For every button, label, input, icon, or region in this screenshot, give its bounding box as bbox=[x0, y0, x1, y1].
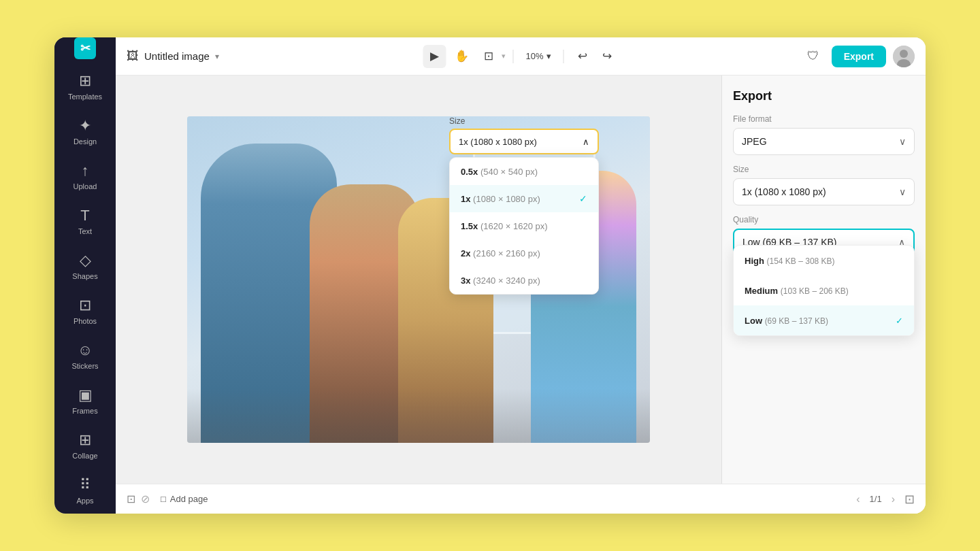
size-option-1x[interactable]: 1x (1080 × 1080 px) ✓ bbox=[450, 185, 598, 212]
sidebar: ✂ ⊞ Templates ✦ Design ↑ Upload T Text ◇… bbox=[54, 37, 116, 514]
sidebar-item-design[interactable]: ✦ Design bbox=[58, 110, 112, 153]
upload-icon: ↑ bbox=[82, 162, 89, 180]
quality-option-low[interactable]: Low (69 KB – 137 KB) ✓ bbox=[734, 305, 914, 335]
sidebar-item-photos[interactable]: ⊡ Photos bbox=[58, 289, 112, 333]
undo-redo-group: ↩ ↪ bbox=[571, 45, 619, 68]
quality-section: Quality Low (69 KB – 137 KB) ∧ High (154… bbox=[733, 215, 915, 256]
file-format-select[interactable]: JPEG ∨ bbox=[733, 128, 915, 155]
size-canvas-label: Size bbox=[449, 116, 599, 126]
svg-point-1 bbox=[900, 50, 908, 58]
size-option-label-1.5x: 1.5x (1620 × 1620 px) bbox=[461, 221, 548, 231]
size-current-value: 1x (1080 x 1080 px) bbox=[459, 137, 537, 147]
sidebar-item-collage[interactable]: ⊞ Collage bbox=[58, 424, 112, 467]
sidebar-label-apps: Apps bbox=[76, 497, 93, 505]
size-detail-2x: (2160 × 2160 px) bbox=[473, 248, 540, 258]
logo-icon: ✂ bbox=[74, 37, 96, 59]
size-detail-1.5x: (1620 × 1620 px) bbox=[480, 221, 548, 231]
quality-option-high[interactable]: High (154 KB – 308 KB) bbox=[734, 246, 914, 276]
file-format-label: File format bbox=[733, 114, 915, 124]
sidebar-label-upload: Upload bbox=[74, 182, 97, 190]
quality-low-detail: (69 KB – 137 KB) bbox=[765, 316, 828, 326]
frame-tool-caret: ▾ bbox=[502, 52, 506, 61]
sidebar-logo[interactable]: ✂ bbox=[54, 37, 116, 59]
sidebar-items: ⊞ Templates ✦ Design ↑ Upload T Text ◇ S… bbox=[54, 59, 116, 514]
sidebar-label-shapes: Shapes bbox=[72, 272, 97, 280]
size-detail-0.5x: (540 × 540 px) bbox=[480, 167, 538, 177]
sidebar-item-text[interactable]: T Text bbox=[58, 199, 112, 243]
tool-divider bbox=[512, 50, 513, 63]
size-select-trigger[interactable]: 1x (1080 x 1080 px) ∧ bbox=[449, 129, 599, 154]
panel-size-caret: ∨ bbox=[899, 186, 906, 197]
prev-page-button[interactable]: ‹ bbox=[852, 492, 864, 507]
size-option-label-1x: 1x (1080 × 1080 px) bbox=[461, 194, 540, 204]
quality-low-label: Low (69 KB – 137 KB) bbox=[745, 316, 828, 326]
select-tool-button[interactable]: ▶ bbox=[423, 45, 446, 68]
hand-tool-button[interactable]: ✋ bbox=[450, 45, 473, 68]
size-option-3x[interactable]: 3x (3240 × 3240 px) bbox=[450, 267, 598, 294]
apps-icon: ⠿ bbox=[80, 476, 91, 494]
stickers-icon: ☺ bbox=[78, 341, 93, 359]
sidebar-item-upload[interactable]: ↑ Upload bbox=[58, 154, 112, 198]
file-format-caret: ∨ bbox=[899, 136, 906, 147]
quality-medium-detail: (103 KB – 206 KB) bbox=[781, 286, 849, 296]
sidebar-label-frames: Frames bbox=[72, 407, 97, 415]
size-check-1x: ✓ bbox=[579, 193, 587, 204]
export-panel-title: Export bbox=[733, 89, 915, 103]
collage-icon: ⊞ bbox=[79, 431, 91, 449]
panel-size-label: Size bbox=[733, 165, 915, 174]
quality-medium-label: Medium (103 KB – 206 KB) bbox=[745, 286, 849, 296]
main-area: 🖼 Untitled image ▾ ▶ ✋ ⊡ ▾ 10% ▾ ↩ bbox=[116, 37, 926, 514]
redo-button[interactable]: ↪ bbox=[595, 45, 619, 68]
quality-check-low: ✓ bbox=[896, 316, 903, 326]
document-title-caret[interactable]: ▾ bbox=[215, 52, 219, 61]
sidebar-item-stickers[interactable]: ☺ Stickers bbox=[58, 334, 112, 378]
export-button[interactable]: Export bbox=[832, 46, 886, 67]
size-option-label-2x: 2x (2160 × 2160 px) bbox=[461, 248, 540, 258]
panel-size-select[interactable]: 1x (1080 x 1080 px) ∨ bbox=[733, 178, 915, 205]
bottom-bar: ⊡ ⊘ □ Add page ‹ 1/1 › ⊡ bbox=[116, 484, 926, 514]
topbar-right: 🛡 Export bbox=[802, 45, 915, 68]
zoom-caret: ▾ bbox=[546, 51, 551, 61]
print-icon[interactable]: ⊡ bbox=[904, 492, 915, 507]
quality-option-medium[interactable]: Medium (103 KB – 206 KB) bbox=[734, 276, 914, 305]
panel-size-value: 1x (1080 x 1080 px) bbox=[742, 186, 826, 197]
size-option-0.5x[interactable]: 0.5x (540 × 540 px) bbox=[450, 158, 598, 185]
quality-high-detail: (154 KB – 308 KB) bbox=[767, 256, 835, 266]
zoom-value: 10% bbox=[525, 51, 543, 61]
copy-page-icon: ⊡ bbox=[127, 492, 135, 505]
next-page-button[interactable]: › bbox=[887, 492, 899, 507]
photos-icon: ⊡ bbox=[79, 297, 91, 314]
avatar-icon bbox=[893, 46, 915, 67]
size-detail-1x: (1080 × 1080 px) bbox=[473, 194, 540, 204]
add-page-label: Add page bbox=[170, 494, 208, 504]
add-page-button[interactable]: □ Add page bbox=[155, 491, 214, 507]
zoom-control[interactable]: 10% ▾ bbox=[520, 48, 556, 64]
size-dropdown-list: 0.5x (540 × 540 px) 1x (1080 × 1080 px) … bbox=[449, 157, 599, 295]
export-panel: Export File format JPEG ∨ Size 1x (1080 … bbox=[721, 76, 926, 484]
sidebar-label-photos: Photos bbox=[74, 317, 97, 325]
tool-divider-2 bbox=[564, 50, 564, 63]
file-format-value: JPEG bbox=[742, 136, 767, 147]
sidebar-item-shapes[interactable]: ◇ Shapes bbox=[58, 244, 112, 288]
user-avatar[interactable] bbox=[893, 46, 915, 67]
sidebar-label-text: Text bbox=[78, 227, 92, 235]
page-indicator: 1/1 bbox=[870, 494, 882, 504]
size-option-2x[interactable]: 2x (2160 × 2160 px) bbox=[450, 239, 598, 267]
sidebar-item-templates[interactable]: ⊞ Templates bbox=[58, 65, 112, 108]
undo-button[interactable]: ↩ bbox=[571, 45, 594, 68]
frame-tool-button[interactable]: ⊡ bbox=[477, 45, 500, 68]
shield-button[interactable]: 🛡 bbox=[802, 45, 825, 68]
size-option-label-0.5x: 0.5x (540 × 540 px) bbox=[461, 167, 538, 177]
quality-high-label: High (154 KB – 308 KB) bbox=[745, 256, 835, 266]
document-title: Untitled image bbox=[144, 50, 210, 62]
sidebar-item-frames[interactable]: ▣ Frames bbox=[58, 379, 112, 422]
sidebar-label-design: Design bbox=[74, 137, 97, 146]
sidebar-item-apps[interactable]: ⠿ Apps bbox=[58, 469, 112, 512]
canvas-area: Size 1x (1080 x 1080 px) ∧ 0.5x (540 × 5… bbox=[116, 76, 926, 484]
size-option-label-3x: 3x (3240 × 3240 px) bbox=[461, 276, 540, 286]
size-option-1.5x[interactable]: 1.5x (1620 × 1620 px) bbox=[450, 212, 598, 239]
delete-page-icon: ⊘ bbox=[141, 492, 150, 505]
photo-bottom-fill bbox=[187, 388, 650, 443]
size-detail-3x: (3240 × 3240 px) bbox=[473, 276, 540, 286]
add-page-icon: □ bbox=[161, 494, 166, 504]
